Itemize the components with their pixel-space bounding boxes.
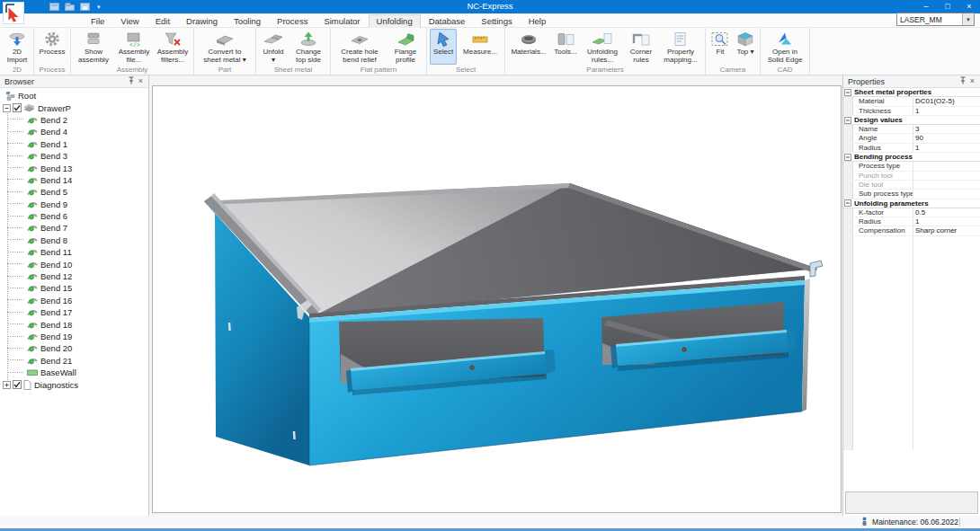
property-value[interactable]: Sharp corner bbox=[913, 226, 980, 235]
group-collapse-icon[interactable] bbox=[843, 88, 852, 96]
property-group-bending-process[interactable]: Bending process bbox=[843, 153, 980, 162]
tree-item-bend-18[interactable]: Bend 18 bbox=[0, 318, 148, 330]
menu-item-view[interactable]: View bbox=[112, 15, 147, 27]
profile-combobox[interactable]: LASER_MM ▼ bbox=[896, 13, 975, 26]
property-value[interactable]: 1 bbox=[913, 107, 980, 115]
ribbon-button-flange-profile[interactable]: Flange profile bbox=[388, 29, 423, 65]
tree-item-bend-7[interactable]: Bend 7 bbox=[0, 222, 148, 234]
minimize-button[interactable]: – bbox=[915, 0, 937, 13]
tree-item-bend-4[interactable]: Bend 4 bbox=[0, 126, 148, 137]
combobox-dropdown-icon[interactable]: ▼ bbox=[962, 13, 974, 25]
tree-collapse-icon[interactable] bbox=[3, 104, 11, 112]
ribbon-button-open-in-solid-edge[interactable]: Open in Solid Edge bbox=[763, 29, 806, 65]
group-collapse-icon[interactable] bbox=[843, 116, 852, 124]
property-row-material[interactable]: MaterialDC01(O2-5) bbox=[843, 97, 980, 106]
property-value[interactable]: DC01(O2-5) bbox=[913, 97, 980, 105]
browser-pin-icon[interactable] bbox=[126, 76, 136, 87]
viewport-3d[interactable] bbox=[152, 85, 842, 513]
ribbon-button-show-assembly[interactable]: Show assembly bbox=[74, 29, 113, 65]
tree-item-bend-5[interactable]: Bend 5 bbox=[0, 186, 148, 198]
menu-item-unfolding[interactable]: Unfolding bbox=[369, 14, 421, 28]
ribbon-button-unfold[interactable]: Unfold ▾ bbox=[259, 29, 288, 65]
property-row-sub-process-type[interactable]: Sub process type bbox=[843, 190, 980, 199]
tree-item-bend-17[interactable]: Bend 17 bbox=[0, 306, 148, 318]
ribbon-button-process[interactable]: Process bbox=[37, 29, 67, 65]
property-group-sheet-metal-properties[interactable]: Sheet metal properties bbox=[843, 88, 980, 97]
tree-item-bend-6[interactable]: Bend 6 bbox=[0, 210, 148, 222]
property-value[interactable]: 90 bbox=[913, 134, 980, 142]
property-row-angle[interactable]: Angle90 bbox=[843, 134, 980, 143]
drawer-model[interactable] bbox=[153, 86, 841, 512]
tree-item-bend-2[interactable]: Bend 2 bbox=[0, 114, 148, 126]
property-value[interactable]: 0.5 bbox=[913, 208, 980, 217]
tree-item-root[interactable]: Root bbox=[0, 90, 148, 102]
ribbon-button-change-top-side[interactable]: Change top side bbox=[290, 29, 327, 65]
properties-close-icon[interactable]: × bbox=[967, 76, 977, 86]
property-row-k-factor[interactable]: K-factor0.5 bbox=[843, 208, 980, 217]
ribbon-button-corner-rules[interactable]: Corner rules bbox=[625, 29, 657, 65]
group-collapse-icon[interactable] bbox=[843, 199, 852, 208]
tree-item-basewall[interactable]: BaseWall bbox=[0, 367, 148, 378]
tree-item-bend-11[interactable]: Bend 11 bbox=[0, 246, 148, 258]
property-row-die-tool[interactable]: Die tool bbox=[843, 181, 980, 190]
tree-item-bend-8[interactable]: Bend 8 bbox=[0, 235, 148, 246]
property-value[interactable] bbox=[913, 190, 980, 198]
property-value[interactable] bbox=[913, 162, 980, 170]
menu-item-help[interactable]: Help bbox=[521, 15, 555, 27]
menu-item-tooling[interactable]: Tooling bbox=[226, 15, 269, 27]
property-value[interactable]: 1 bbox=[913, 144, 980, 152]
menu-item-file[interactable]: File bbox=[83, 15, 112, 27]
tree-expand-icon[interactable] bbox=[3, 381, 11, 389]
menu-item-database[interactable]: Database bbox=[421, 15, 474, 27]
menu-item-edit[interactable]: Edit bbox=[147, 15, 178, 27]
property-value[interactable]: 3 bbox=[913, 125, 980, 133]
tree-item-bend-13[interactable]: Bend 13 bbox=[0, 162, 148, 173]
tree-item-bend-12[interactable]: Bend 12 bbox=[0, 270, 148, 282]
tree-item-bend-1[interactable]: Bend 1 bbox=[0, 138, 148, 150]
ribbon-button-fit[interactable]: Fit bbox=[708, 29, 732, 65]
tree-item-bend-14[interactable]: Bend 14 bbox=[0, 174, 148, 186]
property-row-process-type[interactable]: Process type bbox=[843, 162, 980, 171]
tree-item-drawerp[interactable]: DrawerP bbox=[0, 102, 148, 113]
ribbon-button-2d-import[interactable]: 2D Import bbox=[4, 29, 31, 65]
properties-pin-icon[interactable] bbox=[958, 76, 967, 87]
ribbon-button-property-mapping[interactable]: Property mapping... bbox=[659, 29, 702, 65]
close-button[interactable]: × bbox=[958, 0, 980, 13]
qat-open-icon[interactable] bbox=[65, 3, 75, 11]
menu-item-simulator[interactable]: Simulator bbox=[316, 15, 368, 27]
property-row-thickness[interactable]: Thickness1 bbox=[843, 107, 980, 116]
group-collapse-icon[interactable] bbox=[843, 153, 852, 161]
property-group-design-values[interactable]: Design values bbox=[843, 116, 980, 125]
tree-item-bend-19[interactable]: Bend 19 bbox=[0, 331, 148, 342]
tree-item-bend-20[interactable]: Bend 20 bbox=[0, 342, 148, 354]
tree-item-bend-16[interactable]: Bend 16 bbox=[0, 295, 148, 306]
tree-checkbox-diagnostics[interactable] bbox=[13, 380, 22, 389]
ribbon-button-create-hole-bend-relief[interactable]: Create hole bend relief bbox=[334, 29, 386, 65]
property-row-radius[interactable]: Radius1 bbox=[843, 217, 980, 226]
ribbon-button-assembly-file[interactable]: </>Assembly file... bbox=[115, 29, 153, 65]
ribbon-button-materials[interactable]: Materials... bbox=[508, 29, 549, 65]
tree-item-diagnostics[interactable]: Diagnostics bbox=[0, 378, 148, 390]
qat-save-icon[interactable] bbox=[80, 3, 90, 11]
tree-item-bend-15[interactable]: Bend 15 bbox=[0, 282, 148, 294]
menu-item-settings[interactable]: Settings bbox=[473, 15, 520, 27]
menu-item-process[interactable]: Process bbox=[269, 15, 316, 27]
property-row-radius[interactable]: Radius1 bbox=[843, 144, 980, 153]
ribbon-button-unfolding-rules[interactable]: Unfolding rules... bbox=[582, 29, 623, 65]
browser-close-icon[interactable]: × bbox=[136, 76, 146, 86]
property-row-compensation[interactable]: CompensationSharp corner bbox=[843, 226, 980, 235]
qat-new-icon[interactable] bbox=[49, 3, 59, 11]
ribbon-button-assembly-filters[interactable]: Assembly filters... bbox=[155, 29, 191, 65]
property-value[interactable] bbox=[913, 181, 980, 189]
ribbon-button-select[interactable]: Select bbox=[430, 29, 457, 65]
menu-item-drawing[interactable]: Drawing bbox=[178, 15, 226, 27]
tree-checkbox-drawerp[interactable] bbox=[13, 103, 22, 112]
ribbon-button-top[interactable]: Top ▾ bbox=[734, 29, 757, 65]
app-logo-icon[interactable] bbox=[3, 2, 24, 24]
tree-item-bend-21[interactable]: Bend 21 bbox=[0, 355, 148, 367]
ribbon-button-measure[interactable]: Measure... bbox=[459, 29, 502, 65]
maximize-button[interactable]: □ bbox=[937, 0, 958, 13]
property-row-name[interactable]: Name3 bbox=[843, 125, 980, 134]
property-value[interactable] bbox=[913, 172, 980, 180]
tree-item-bend-9[interactable]: Bend 9 bbox=[0, 199, 148, 210]
